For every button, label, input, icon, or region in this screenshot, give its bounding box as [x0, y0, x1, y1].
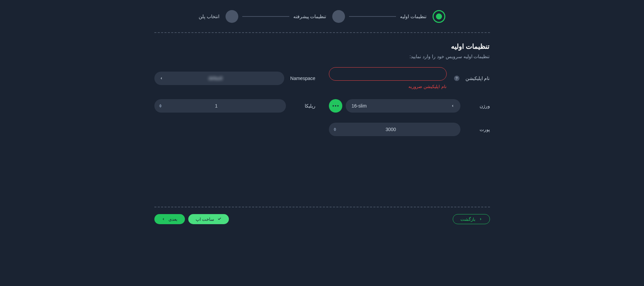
step-label: انتخاب پلن: [199, 14, 219, 19]
replica-label: رپلیکا: [292, 103, 315, 109]
step-circle: [226, 10, 238, 23]
version-select[interactable]: 16-slim: [346, 99, 460, 113]
replica-input-wrap: [154, 99, 286, 113]
namespace-value: default: [208, 76, 222, 81]
dots-icon: [333, 105, 339, 107]
divider: [154, 207, 490, 207]
spinner-down-icon[interactable]: [334, 130, 336, 131]
next-label: بعدی: [168, 217, 178, 222]
spinner: [159, 104, 162, 108]
spinner-down-icon[interactable]: [159, 106, 162, 108]
replica-input[interactable]: [160, 99, 273, 113]
chevron-left-icon: [160, 76, 163, 81]
port-input[interactable]: [335, 123, 447, 136]
next-button[interactable]: بعدی: [154, 214, 185, 224]
app-name-input[interactable]: [329, 67, 447, 81]
back-button[interactable]: بازگشت: [453, 214, 490, 224]
create-app-button[interactable]: ساخت اپ: [188, 214, 229, 224]
port-grid: پورت: [154, 123, 490, 136]
namespace-label: Namespace: [290, 76, 315, 81]
app-name-error: نام اپلیکیشن ضروریه: [329, 84, 447, 89]
port-row: پورت: [329, 123, 490, 136]
step-advanced-settings[interactable]: تنظیمات پیشرفته: [293, 10, 345, 23]
namespace-row: Namespace default: [154, 67, 315, 89]
form-grid: نام اپلیکیشن ? نام اپلیکیشن ضروریه Names…: [154, 67, 490, 113]
step-circle-active: [433, 10, 445, 23]
replica-row: رپلیکا: [154, 99, 315, 113]
namespace-select[interactable]: default: [154, 72, 284, 85]
port-input-wrap: [329, 123, 460, 136]
step-line: [242, 16, 289, 17]
version-row: ورژن 16-slim: [329, 99, 490, 113]
app-name-row: نام اپلیکیشن ? نام اپلیکیشن ضروریه: [329, 67, 490, 89]
divider: [154, 32, 490, 33]
chevron-right-icon: [479, 217, 482, 222]
version-value: 16-slim: [352, 103, 367, 109]
port-label: پورت: [466, 127, 490, 132]
spinner-up-icon[interactable]: [159, 104, 162, 106]
version-options-button[interactable]: [329, 99, 342, 113]
help-icon[interactable]: ?: [454, 76, 459, 81]
check-icon: [217, 217, 221, 222]
chevron-left-icon: [162, 217, 165, 222]
step-plan-select[interactable]: انتخاب پلن: [199, 10, 238, 23]
section-header: تنظیمات اولیه تنظیمات اولیه سرویس خود را…: [154, 42, 490, 59]
step-label: تنظیمات پیشرفته: [293, 14, 327, 19]
stepper: تنظیمات اولیه تنظیمات پیشرفته انتخاب پلن: [154, 10, 490, 23]
footer: بازگشت ساخت اپ بعدی: [154, 214, 490, 224]
step-initial-settings[interactable]: تنظیمات اولیه: [400, 10, 445, 23]
step-line: [349, 16, 396, 17]
page-title: تنظیمات اولیه: [154, 42, 490, 50]
create-label: ساخت اپ: [196, 217, 214, 222]
step-label: تنظیمات اولیه: [400, 14, 427, 19]
app-name-label: نام اپلیکیشن: [465, 76, 490, 81]
back-label: بازگشت: [460, 217, 476, 222]
chevron-left-icon: [451, 103, 454, 109]
step-circle: [332, 10, 345, 23]
version-label: ورژن: [466, 103, 490, 109]
spinner-up-icon[interactable]: [334, 128, 336, 129]
page-subtitle: تنظیمات اولیه سرویس خود را وارد نمایید:: [154, 54, 490, 59]
spinner: [334, 128, 336, 131]
